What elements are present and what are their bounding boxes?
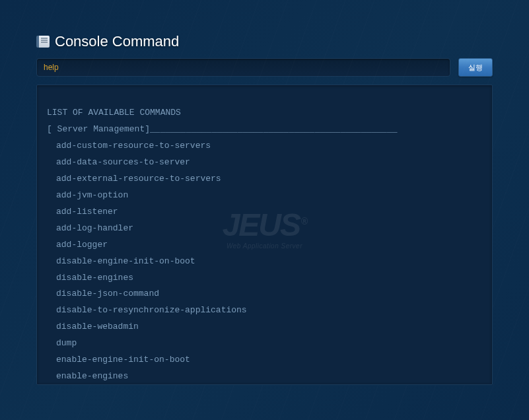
output-section: [ Server Management]____________________… [47, 122, 482, 138]
output-content: LIST OF AVAILABLE COMMANDS [ Server Mana… [47, 105, 482, 385]
command-item: enable-engine-init-on-boot [47, 352, 482, 368]
command-item: disable-json-command [47, 286, 482, 302]
output-heading: LIST OF AVAILABLE COMMANDS [47, 105, 482, 122]
execute-button[interactable]: 실행 [458, 58, 493, 77]
command-item: add-listener [47, 204, 482, 221]
command-input[interactable] [36, 58, 450, 77]
command-item: add-log-handler [47, 221, 482, 237]
command-item: add-jvm-option [47, 188, 482, 204]
command-item: disable-webadmin [47, 319, 482, 335]
command-item: add-logger [47, 237, 482, 254]
commands-list: add-custom-resource-to-serversadd-data-s… [47, 138, 482, 385]
command-item: enable-engines [47, 368, 482, 385]
command-item: add-custom-resource-to-servers [47, 138, 482, 155]
command-item: add-data-sources-to-server [47, 155, 482, 171]
header: Console Command [36, 33, 493, 50]
console-icon [36, 36, 50, 48]
command-item: disable-engine-init-on-boot [47, 254, 482, 270]
input-row: 실행 [36, 58, 493, 77]
page-title: Console Command [55, 33, 179, 50]
command-item: disable-to-resynchronize-applications [47, 302, 482, 319]
command-item: dump [47, 335, 482, 352]
output-panel[interactable]: JEUS® Web Application Server LIST OF AVA… [36, 85, 493, 385]
command-item: disable-engines [47, 270, 482, 287]
command-item: add-external-resource-to-servers [47, 171, 482, 188]
